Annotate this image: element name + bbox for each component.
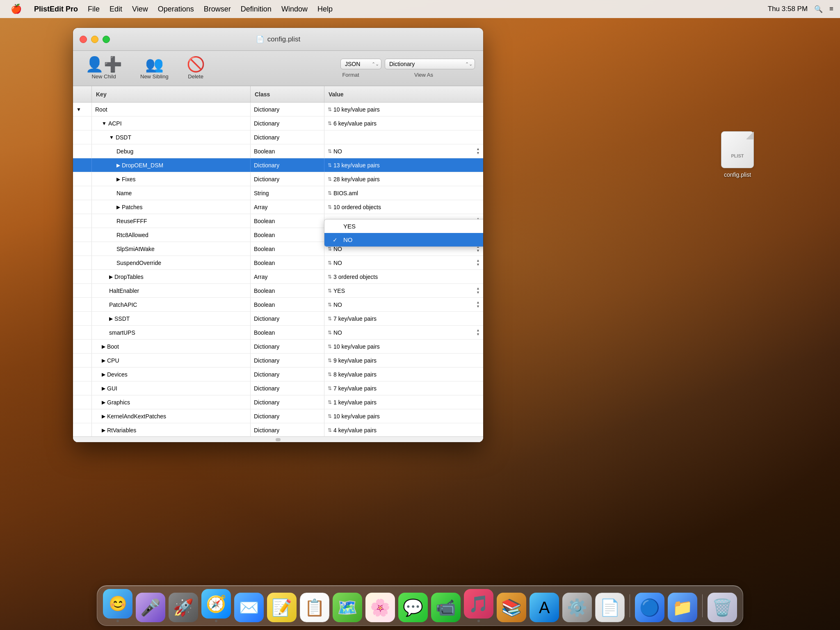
expand-cell[interactable]	[73, 144, 92, 158]
table-row[interactable]: PatchAPIC Boolean ⇅NO▲▼	[73, 298, 483, 312]
dock-item-siri[interactable]: 🎤	[136, 593, 165, 622]
expand-icon[interactable]: ▶	[102, 372, 105, 377]
dock-item-trash[interactable]: 🗑️	[708, 593, 737, 622]
minimize-button[interactable]	[91, 36, 98, 43]
dock-item-music[interactable]: 🎵	[464, 589, 493, 622]
stepper[interactable]: ▲▼	[476, 287, 480, 294]
expand-cell[interactable]: ▼	[73, 103, 92, 116]
expand-icon[interactable]: ▼	[102, 121, 107, 126]
table-row[interactable]: ▶DropOEM_DSM Dictionary ⇅13 key/value pa…	[73, 158, 483, 172]
expand-cell[interactable]	[73, 270, 92, 283]
apple-menu[interactable]: 🍎	[7, 2, 26, 16]
expand-icon[interactable]: ▶	[116, 176, 120, 182]
table-row[interactable]: ▶Fixes Dictionary ⇅28 key/value pairs	[73, 172, 483, 186]
menu-window[interactable]: Window	[277, 3, 312, 15]
expand-icon[interactable]: ▼	[76, 107, 81, 112]
expand-cell[interactable]	[73, 368, 92, 381]
dock-item-stickies[interactable]: 📝	[267, 593, 297, 622]
control-center-icon[interactable]: ≡	[829, 5, 833, 13]
table-row[interactable]: smartUPS Boolean ⇅NO▲▼	[73, 326, 483, 340]
dock-item-messages[interactable]: 💬	[398, 593, 428, 622]
table-row[interactable]: ▼ACPI Dictionary ⇅6 key/value pairs	[73, 116, 483, 130]
expand-cell[interactable]	[73, 172, 92, 186]
table-row[interactable]: Name String ⇅BIOS.aml	[73, 186, 483, 200]
expand-cell[interactable]	[73, 228, 92, 242]
expand-icon[interactable]: ▶	[102, 427, 105, 433]
table-row[interactable]: HaltEnabler Boolean ⇅YES▲▼	[73, 284, 483, 298]
expand-cell[interactable]	[73, 200, 92, 214]
expand-cell[interactable]	[73, 186, 92, 200]
expand-icon[interactable]: ▶	[102, 399, 105, 405]
expand-icon[interactable]: ▶	[109, 274, 113, 280]
dock-item-facetime[interactable]: 📹	[431, 593, 461, 622]
dropdown-item-yes[interactable]: YES	[324, 219, 483, 233]
table-row[interactable]: ▼DSDT Dictionary	[73, 130, 483, 144]
dock-item-reminders[interactable]: 📋	[300, 593, 329, 622]
table-row[interactable]: ▶Graphics Dictionary ⇅1 key/value pairs	[73, 395, 483, 409]
table-row[interactable]: ▶KernelAndKextPatches Dictionary ⇅10 key…	[73, 409, 483, 423]
table-row[interactable]: ▶DropTables Array ⇅3 ordered objects	[73, 270, 483, 284]
expand-cell[interactable]	[73, 242, 92, 256]
dock-item-files[interactable]: 📁	[668, 593, 697, 622]
expand-icon[interactable]: ▶	[116, 162, 120, 168]
expand-cell[interactable]	[73, 130, 92, 144]
menu-browser[interactable]: Browser	[200, 3, 235, 15]
stepper[interactable]: ▲▼	[476, 259, 480, 267]
dock-item-maps[interactable]: 🗺️	[333, 593, 362, 622]
maximize-button[interactable]	[103, 36, 110, 43]
expand-icon[interactable]: ▶	[102, 413, 105, 419]
expand-cell[interactable]	[73, 354, 92, 367]
expand-cell[interactable]	[73, 395, 92, 409]
expand-cell[interactable]	[73, 284, 92, 297]
expand-icon[interactable]: ▶	[109, 316, 113, 322]
expand-cell[interactable]	[73, 116, 92, 130]
expand-cell[interactable]	[73, 298, 92, 311]
dock-item-sysprefs[interactable]: ⚙️	[562, 593, 592, 622]
app-name[interactable]: PlistEdit Pro	[30, 3, 82, 15]
stepper[interactable]: ▲▼	[476, 147, 480, 155]
dock-item-appstore[interactable]: A	[530, 593, 559, 622]
table-row[interactable]: SuspendOverride Boolean ⇅NO▲▼	[73, 256, 483, 270]
dock-item-scripteditor[interactable]: 📄	[595, 593, 625, 622]
search-icon[interactable]: 🔍	[814, 5, 823, 14]
table-row[interactable]: Debug Boolean ⇅NO▲▼	[73, 144, 483, 158]
table-row[interactable]: ▶Boot Dictionary ⇅10 key/value pairs	[73, 340, 483, 354]
expand-cell[interactable]	[73, 423, 92, 436]
stepper[interactable]: ▲▼	[476, 329, 480, 336]
dock-item-books[interactable]: 📚	[497, 593, 526, 622]
menu-edit[interactable]: Edit	[105, 3, 126, 15]
dock-item-photos[interactable]: 🌸	[365, 593, 395, 622]
expand-cell[interactable]	[73, 326, 92, 339]
menu-help[interactable]: Help	[313, 3, 337, 15]
expand-cell[interactable]	[73, 312, 92, 325]
expand-cell[interactable]	[73, 158, 92, 172]
dock-item-launchpad[interactable]: 🚀	[169, 593, 198, 622]
close-button[interactable]	[80, 36, 87, 43]
expand-cell[interactable]	[73, 409, 92, 423]
scrollbar-thumb[interactable]	[276, 438, 281, 441]
new-child-button[interactable]: 👤➕ New Child	[81, 55, 126, 82]
expand-cell[interactable]	[73, 340, 92, 353]
dock-item-safari[interactable]: 🧭	[201, 589, 231, 622]
table-row[interactable]: ▶CPU Dictionary ⇅9 key/value pairs	[73, 354, 483, 368]
expand-cell[interactable]	[73, 256, 92, 269]
menu-file[interactable]: File	[84, 3, 104, 15]
expand-cell[interactable]	[73, 381, 92, 395]
table-row[interactable]: ▶RtVariables Dictionary ⇅4 key/value pai…	[73, 423, 483, 436]
expand-icon[interactable]: ▶	[116, 204, 120, 210]
dropdown-item-no[interactable]: ✓ NO ⌃⌄	[324, 233, 483, 247]
expand-cell[interactable]	[73, 214, 92, 228]
dock-item-mail[interactable]: ✉️	[234, 593, 264, 622]
menu-view[interactable]: View	[128, 3, 152, 15]
view-as-select[interactable]: Dictionary Array String	[385, 59, 475, 69]
format-select[interactable]: JSON XML Binary	[340, 59, 381, 69]
expand-icon[interactable]: ▶	[102, 358, 105, 363]
expand-icon[interactable]: ▶	[102, 344, 105, 349]
menu-definition[interactable]: Definition	[237, 3, 276, 15]
delete-button[interactable]: 🚫 Delete	[183, 55, 209, 82]
desktop-file-icon[interactable]: PLIST config.plist	[717, 131, 758, 178]
table-row[interactable]: ▶SSDT Dictionary ⇅7 key/value pairs	[73, 312, 483, 326]
expand-icon[interactable]: ▼	[109, 135, 114, 140]
new-sibling-button[interactable]: 👥 New Sibling	[136, 55, 173, 82]
table-row[interactable]: ▶GUI Dictionary ⇅7 key/value pairs	[73, 381, 483, 395]
